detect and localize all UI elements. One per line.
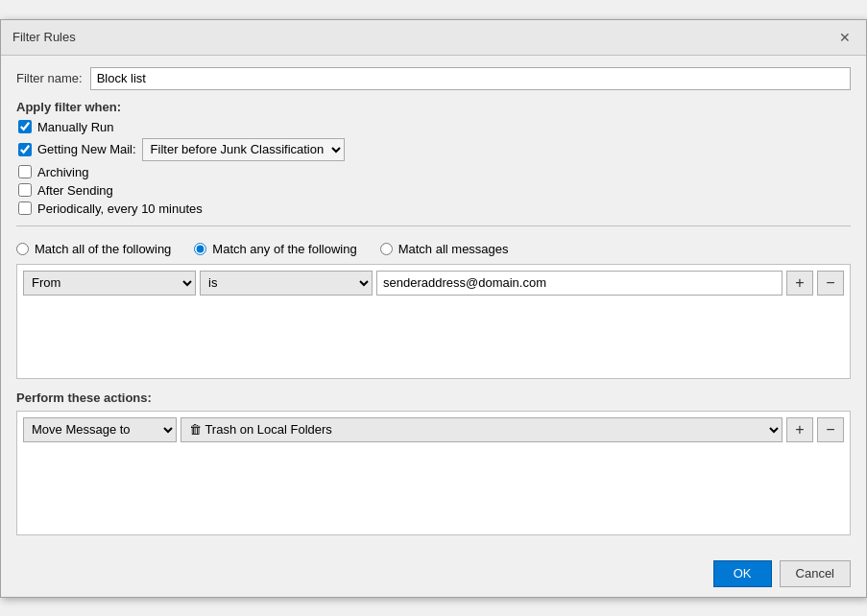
after-sending-row: After Sending (16, 183, 851, 198)
apply-filter-label: Apply filter when: (16, 100, 851, 114)
title-bar: Filter Rules ✕ (1, 20, 866, 56)
periodically-label: Periodically, every 10 minutes (37, 201, 203, 216)
match-all-radio[interactable] (16, 243, 29, 255)
periodically-checkbox[interactable] (18, 201, 32, 215)
condition-operator-select[interactable]: is isn't contains doesn't contain begins… (200, 271, 373, 296)
getting-new-mail-select[interactable]: Filter before Junk Classification Filter… (142, 138, 345, 161)
condition-row: From Subject To CC Body Date is isn't co… (23, 271, 844, 296)
condition-field-select[interactable]: From Subject To CC Body Date (23, 271, 196, 296)
action-remove-button[interactable]: − (817, 417, 844, 442)
match-all-messages-group: Match all messages (380, 242, 509, 256)
match-any-label: Match any of the following (212, 242, 356, 256)
after-sending-checkbox[interactable] (18, 183, 32, 197)
condition-add-button[interactable]: + (786, 271, 813, 296)
condition-remove-button[interactable]: − (817, 271, 844, 296)
conditions-box: From Subject To CC Body Date is isn't co… (16, 264, 851, 379)
archiving-label: Archiving (37, 165, 88, 179)
archiving-checkbox[interactable] (18, 165, 32, 178)
match-any-radio[interactable] (194, 243, 206, 255)
perform-actions-label: Perform these actions: (16, 391, 851, 405)
footer: OK Cancel (1, 551, 866, 597)
getting-new-mail-row: Getting New Mail: Filter before Junk Cla… (16, 138, 851, 161)
archiving-row: Archiving (16, 165, 851, 179)
actions-box: Move Message to Copy Message to Forward … (16, 411, 851, 535)
action-folder-select[interactable]: 🗑 Trash on Local Folders Inbox Sent Draf… (181, 417, 783, 442)
dialog-title: Filter Rules (12, 30, 76, 44)
periodically-row: Periodically, every 10 minutes (16, 201, 851, 216)
ok-button[interactable]: OK (713, 560, 772, 587)
action-type-select[interactable]: Move Message to Copy Message to Forward … (23, 417, 177, 442)
condition-value-input[interactable] (376, 271, 783, 296)
match-any-following-group: Match any of the following (194, 242, 356, 256)
close-button[interactable]: ✕ (835, 28, 855, 47)
match-messages-radio[interactable] (380, 243, 393, 255)
manually-run-row: Manually Run (16, 120, 851, 134)
cancel-button[interactable]: Cancel (780, 560, 851, 587)
match-all-label: Match all of the following (35, 242, 171, 256)
after-sending-label: After Sending (37, 183, 113, 198)
filter-rules-dialog: Filter Rules ✕ Filter name: Apply filter… (0, 19, 867, 598)
getting-new-mail-checkbox[interactable] (18, 143, 32, 156)
filter-name-label: Filter name: (16, 71, 83, 85)
filter-name-row: Filter name: (16, 67, 851, 90)
match-all-following-group: Match all of the following (16, 242, 171, 256)
dialog-content: Filter name: Apply filter when: Manually… (1, 56, 866, 547)
match-section: Match all of the following Match any of … (16, 242, 851, 256)
actions-section: Perform these actions: Move Message to C… (16, 391, 851, 535)
manually-run-label: Manually Run (37, 120, 114, 134)
action-add-button[interactable]: + (786, 417, 813, 442)
filter-name-input[interactable] (90, 67, 851, 90)
match-messages-label: Match all messages (398, 242, 509, 256)
action-row: Move Message to Copy Message to Forward … (23, 417, 844, 442)
manually-run-checkbox[interactable] (18, 120, 32, 133)
getting-new-mail-label: Getting New Mail: (37, 142, 136, 156)
